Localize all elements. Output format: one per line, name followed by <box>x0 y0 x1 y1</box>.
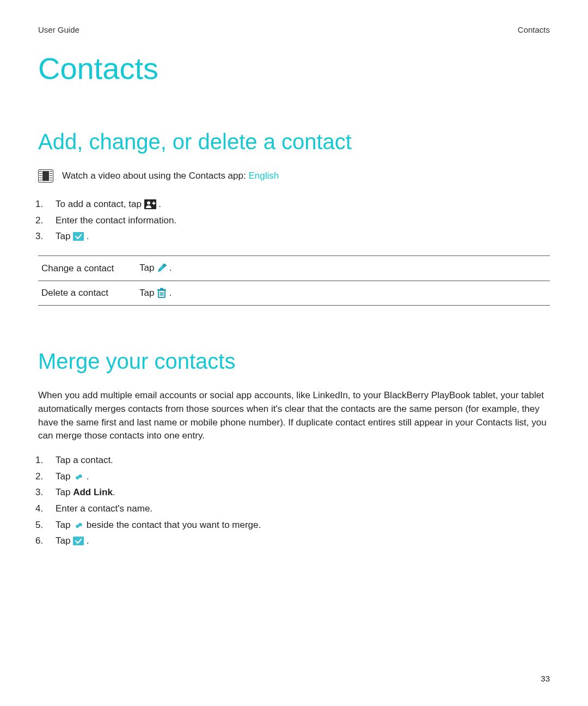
section-heading-merge: Merge your contacts <box>38 349 550 374</box>
trash-icon <box>157 287 167 298</box>
add-contact-steps: To add a contact, tap . Enter the contac… <box>38 198 550 244</box>
link-icon <box>73 470 84 483</box>
check-icon <box>73 230 84 244</box>
merge-paragraph: When you add multiple email accounts or … <box>38 389 550 443</box>
step-text: Tap <box>56 520 73 530</box>
page-title: Contacts <box>38 51 550 86</box>
video-icon <box>38 169 53 182</box>
step-text: Tap <box>56 487 73 497</box>
merge-step-6: Tap . <box>46 534 550 548</box>
step-text-tail: . <box>156 199 161 209</box>
merge-step-4: Enter a contact's name. <box>46 502 550 516</box>
running-header: User Guide Contacts <box>38 25 550 34</box>
video-callout: Watch a video about using the Contacts a… <box>38 169 550 182</box>
delete-contact-label: Delete a contact <box>41 288 139 299</box>
merge-step-3: Tap Add Link. <box>46 486 550 500</box>
check-icon <box>73 534 84 548</box>
video-link-english[interactable]: English <box>248 171 279 181</box>
add-link-bold: Add Link <box>73 487 113 497</box>
merge-step-2: Tap . <box>46 470 550 484</box>
merge-step-5: Tap beside the contact that you want to … <box>46 519 550 532</box>
step-text-tail: . <box>84 535 89 546</box>
step-text-tail: beside the contact that you want to merg… <box>84 520 261 530</box>
contact-actions-table: Change a contact Tap . Delete a contact … <box>38 255 550 306</box>
page-number: 33 <box>541 674 550 683</box>
step-text: Tap <box>56 471 73 482</box>
step-1: To add a contact, tap . <box>46 198 550 211</box>
link-icon <box>73 518 84 532</box>
header-right: Contacts <box>518 25 550 34</box>
tap-text: Tap <box>139 288 157 298</box>
video-text: Watch a video about using the Contacts a… <box>62 171 279 181</box>
step-text: To add a contact, tap <box>56 199 144 209</box>
delete-contact-value: Tap . <box>139 288 547 299</box>
header-left: User Guide <box>38 25 79 34</box>
step-text-tail: . <box>113 487 115 497</box>
step-3: Tap . <box>46 230 550 244</box>
step-text-tail: . <box>84 471 89 482</box>
tap-text-tail: . <box>167 263 171 273</box>
section-heading-add-change-delete: Add, change, or delete a contact <box>38 130 550 154</box>
merge-step-1: Tap a contact. <box>46 454 550 467</box>
pencil-icon <box>157 263 167 273</box>
merge-steps: Tap a contact. Tap . Tap Add Link. Enter… <box>38 454 550 548</box>
change-contact-label: Change a contact <box>41 263 139 274</box>
tap-text-tail: . <box>167 288 171 298</box>
step-text: Tap <box>56 535 73 546</box>
change-contact-value: Tap . <box>139 263 547 274</box>
step-text: Tap <box>56 231 73 241</box>
tap-text: Tap <box>139 263 157 273</box>
add-contact-icon <box>144 197 156 211</box>
video-prefix: Watch a video about using the Contacts a… <box>62 171 248 181</box>
table-row-change: Change a contact Tap . <box>38 256 550 281</box>
step-text-tail: . <box>84 231 89 241</box>
table-row-delete: Delete a contact Tap . <box>38 281 550 306</box>
step-2: Enter the contact information. <box>46 214 550 228</box>
